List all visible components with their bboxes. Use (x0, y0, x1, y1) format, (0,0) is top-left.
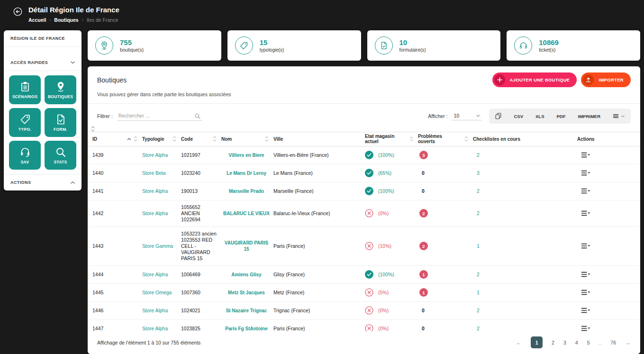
column-header-ville[interactable]: Ville (273, 136, 365, 142)
cell-checklistes-link[interactable]: 2 (473, 272, 577, 278)
cell-nom-link[interactable]: Le Mans Dr Leroy (221, 170, 273, 176)
column-header-problemes[interactable]: Problèmes ouverts (418, 134, 473, 144)
cell-nom-link[interactable]: BALARUC LE VIEUX (221, 210, 273, 217)
cell-nom-link[interactable]: VAUGIRARD PARIS 15 (221, 240, 273, 252)
column-header-id[interactable]: ID (92, 136, 142, 142)
cell-typologie-link[interactable]: Store Beta (142, 170, 181, 176)
row-actions-menu[interactable] (577, 152, 629, 158)
cell-checklistes-link[interactable]: 2 (473, 326, 577, 331)
sort-icon (464, 136, 468, 142)
cell-id: 1443 (92, 243, 142, 249)
page-button-4[interactable]: 4 (575, 340, 578, 345)
column-header-typologie[interactable]: Typologie (142, 136, 181, 142)
copy-button[interactable] (489, 109, 508, 124)
row-actions-menu[interactable] (577, 188, 629, 194)
cell-nom-link[interactable]: Amiens Glisy (221, 272, 273, 278)
actions-toggle[interactable]: ACTIONS (4, 174, 82, 191)
cell-id: 1441 (92, 188, 142, 194)
panel-title: Boutiques (97, 76, 127, 84)
cell-ville: Glisy (France) (273, 272, 365, 278)
cell-typologie-link[interactable]: Store Omega (142, 290, 181, 296)
cell-etat: (100%) (365, 187, 418, 195)
stat-value: 15 (260, 38, 284, 47)
next-page-button[interactable]: → (625, 339, 631, 346)
print-button[interactable]: IMPRIMER (572, 109, 607, 124)
cell-typologie-link[interactable]: Store Alpha (142, 272, 181, 278)
cell-typologie-link[interactable]: Store Alpha (142, 152, 181, 158)
page-button-1[interactable]: 1 (531, 336, 543, 348)
import-button[interactable]: IMPORTER (581, 73, 631, 87)
export-csv-button[interactable]: CSV (508, 109, 529, 124)
page-size-select[interactable]: 10 (452, 112, 482, 120)
cell-checklistes-link[interactable]: 1 (473, 290, 577, 296)
page-button-76[interactable]: 76 (610, 340, 616, 345)
cell-checklistes-link[interactable]: 2 (473, 188, 577, 194)
cell-checklistes-link[interactable]: 2 (473, 152, 577, 158)
page-button-5[interactable]: 5 (587, 340, 590, 345)
sidebar-tile-stats[interactable]: STATS (45, 141, 76, 170)
column-label: Problèmes ouverts (418, 134, 460, 144)
sidebar-tile-scenarios[interactable]: SCÉNARIOS (9, 75, 41, 104)
sort-icon (172, 136, 176, 142)
breadcrumb-accueil[interactable]: Accueil (28, 17, 46, 23)
cell-nom-link[interactable]: St Nazaire Trignac (221, 308, 273, 314)
sidebar-tile-typologies[interactable]: TYPO. (9, 108, 41, 137)
cell-checklistes-link[interactable]: 2 (473, 308, 577, 314)
problemes-count: 0 (422, 326, 425, 331)
column-label: ID (92, 136, 97, 142)
cell-typologie-link[interactable]: Store Alpha (142, 326, 181, 331)
actions-menu-icon (581, 272, 590, 277)
sort-icon (410, 136, 413, 142)
export-xls-button[interactable]: XLS (529, 109, 550, 124)
page-size-value: 10 (454, 113, 459, 118)
columns-menu-button[interactable] (607, 109, 631, 124)
status-percent: (5%) (378, 290, 389, 296)
cell-nom-link[interactable]: Metz St Jacques (221, 290, 273, 296)
cell-problemes: 0 (418, 170, 473, 176)
sort-asc-active-icon (127, 138, 131, 140)
cell-checklistes-link[interactable]: 1 (473, 243, 577, 249)
stat-label: typologie(s) (260, 47, 284, 53)
table-presort-control[interactable] (88, 126, 640, 132)
tag-icon (235, 36, 253, 54)
cell-nom-link[interactable]: Villiers en Biere (221, 152, 273, 158)
breadcrumb: Accueil › Boutiques › Iles de France (28, 17, 119, 23)
back-button[interactable] (13, 7, 22, 16)
clipboard-icon (19, 81, 31, 92)
cell-typologie-link[interactable]: Store Alpha (142, 308, 181, 314)
table-row: 1440 Store Beta 1023240 Le Mans Dr Leroy… (88, 164, 640, 182)
column-header-etat[interactable]: Etat magasin actuel (365, 134, 418, 144)
cell-typologie-link[interactable]: Store Alpha (142, 210, 181, 217)
breadcrumb-boutiques[interactable]: Boutiques (54, 17, 78, 23)
cell-nom-link[interactable]: Paris Fg StAntoine (221, 326, 273, 331)
sidebar-tile-formulaires[interactable]: FORM. (45, 108, 76, 137)
row-actions-menu[interactable] (577, 326, 629, 331)
row-actions-menu[interactable] (577, 290, 629, 295)
column-header-nom[interactable]: Nom (221, 136, 273, 142)
cell-checklistes-link[interactable]: 3 (473, 170, 577, 176)
table-row: 1439 Store Alpha 1021997 Villiers en Bie… (88, 146, 640, 164)
cell-typologie-link[interactable]: Store Alpha (142, 188, 181, 194)
row-actions-menu[interactable] (577, 272, 629, 277)
cell-etat: (65%) (365, 169, 418, 177)
cell-typologie-link[interactable]: Store Gamma (142, 243, 181, 249)
column-header-code[interactable]: Code (181, 136, 221, 142)
quick-access-toggle[interactable]: ACCÈS RAPIDES (4, 54, 82, 71)
add-boutique-button[interactable]: AJOUTER UNE BOUTIQUE (492, 73, 577, 87)
cell-nom-link[interactable]: Marseille Prado (221, 188, 273, 194)
row-actions-menu[interactable] (577, 308, 629, 313)
row-actions-menu[interactable] (577, 170, 629, 176)
previous-page-button[interactable]: ← (516, 339, 522, 346)
sidebar-tile-sav[interactable]: SAV (9, 141, 41, 170)
stat-card-tickets: 10869 ticket(s) (507, 30, 640, 61)
row-actions-menu[interactable] (577, 210, 629, 216)
sidebar-tile-boutiques[interactable]: BOUTIQUES (45, 75, 76, 104)
cell-etat: (0%) (365, 209, 418, 218)
page-button-3[interactable]: 3 (563, 340, 566, 345)
cell-checklistes-link[interactable]: 2 (473, 210, 577, 217)
column-header-checklistes[interactable]: Checklistes en cours (473, 136, 577, 142)
search-input[interactable] (118, 111, 202, 121)
page-button-2[interactable]: 2 (552, 340, 554, 345)
row-actions-menu[interactable] (577, 243, 629, 249)
export-pdf-button[interactable]: PDF (551, 109, 572, 124)
